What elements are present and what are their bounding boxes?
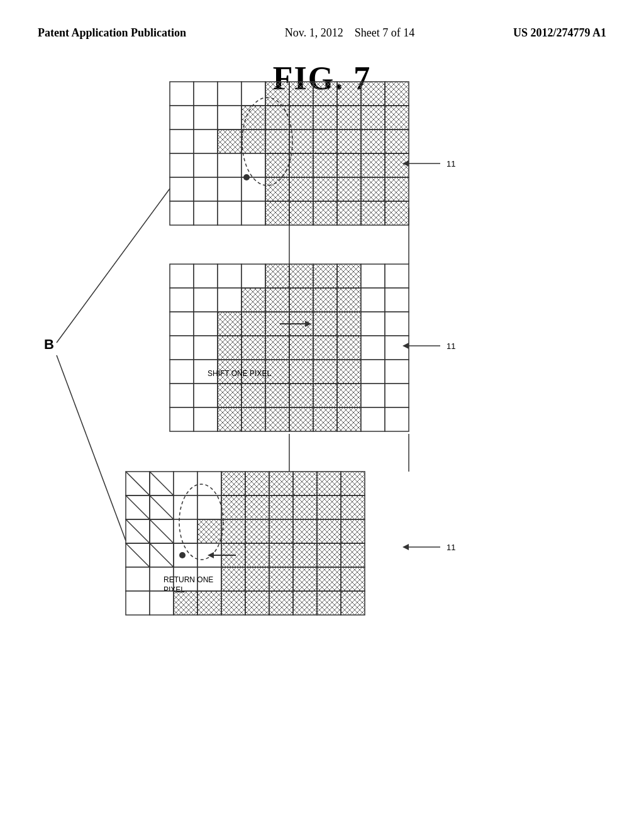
svg-rect-155 bbox=[341, 472, 365, 495]
svg-rect-33 bbox=[337, 130, 361, 153]
svg-line-159 bbox=[150, 495, 174, 519]
svg-rect-73 bbox=[242, 264, 265, 288]
svg-rect-164 bbox=[269, 495, 293, 519]
svg-rect-48 bbox=[218, 177, 242, 201]
svg-rect-81 bbox=[194, 288, 218, 312]
svg-rect-75 bbox=[289, 264, 313, 288]
svg-rect-150 bbox=[221, 472, 245, 495]
svg-rect-30 bbox=[265, 130, 289, 153]
svg-rect-149 bbox=[197, 472, 221, 495]
svg-rect-175 bbox=[245, 519, 269, 543]
svg-rect-178 bbox=[317, 519, 341, 543]
svg-rect-211 bbox=[245, 591, 269, 615]
svg-rect-194 bbox=[126, 567, 150, 591]
svg-rect-55 bbox=[385, 177, 409, 201]
svg-rect-118 bbox=[361, 360, 385, 384]
svg-point-192 bbox=[179, 552, 186, 558]
svg-rect-57 bbox=[194, 201, 218, 225]
svg-rect-106 bbox=[313, 336, 337, 360]
svg-rect-40 bbox=[265, 153, 289, 177]
svg-rect-7 bbox=[194, 82, 218, 106]
svg-rect-20 bbox=[265, 106, 289, 130]
svg-rect-172 bbox=[174, 519, 197, 543]
svg-rect-208 bbox=[174, 591, 197, 615]
svg-rect-34 bbox=[361, 130, 385, 153]
svg-rect-45 bbox=[385, 153, 409, 177]
svg-rect-187 bbox=[245, 543, 269, 567]
svg-rect-54 bbox=[361, 177, 385, 201]
svg-rect-21 bbox=[289, 106, 313, 130]
svg-rect-25 bbox=[385, 106, 409, 130]
svg-rect-17 bbox=[194, 106, 218, 130]
main-diagram: 11 bbox=[0, 63, 644, 786]
svg-rect-161 bbox=[197, 495, 221, 519]
svg-line-145 bbox=[126, 472, 150, 495]
svg-line-171 bbox=[150, 519, 174, 543]
svg-rect-39 bbox=[242, 153, 265, 177]
svg-rect-167 bbox=[341, 495, 365, 519]
svg-rect-173 bbox=[197, 519, 221, 543]
svg-rect-9 bbox=[242, 82, 265, 106]
grid-middle: SHIFT ONE PIXEL bbox=[170, 264, 409, 431]
svg-rect-134 bbox=[265, 407, 289, 431]
svg-rect-136 bbox=[313, 407, 337, 431]
sheet-label: Sheet 7 of 14 bbox=[355, 26, 414, 39]
patent-number: US 2012/274779 A1 bbox=[513, 25, 606, 41]
svg-line-183 bbox=[150, 543, 174, 567]
svg-rect-79 bbox=[385, 264, 409, 288]
svg-rect-58 bbox=[218, 201, 242, 225]
svg-rect-13 bbox=[337, 82, 361, 106]
svg-rect-46 bbox=[170, 177, 194, 201]
svg-rect-214 bbox=[317, 591, 341, 615]
svg-rect-120 bbox=[170, 384, 194, 407]
svg-rect-16 bbox=[170, 106, 194, 130]
svg-rect-8 bbox=[218, 82, 242, 106]
b-label: B bbox=[44, 336, 54, 352]
svg-rect-201 bbox=[293, 567, 317, 591]
svg-rect-152 bbox=[269, 472, 293, 495]
svg-rect-23 bbox=[337, 106, 361, 130]
svg-rect-119 bbox=[385, 360, 409, 384]
svg-rect-43 bbox=[337, 153, 361, 177]
svg-rect-122 bbox=[218, 384, 242, 407]
svg-point-67 bbox=[243, 174, 250, 180]
svg-rect-97 bbox=[337, 312, 361, 336]
svg-rect-60 bbox=[265, 201, 289, 225]
svg-rect-88 bbox=[361, 288, 385, 312]
svg-rect-62 bbox=[313, 201, 337, 225]
svg-rect-14 bbox=[361, 82, 385, 106]
svg-rect-98 bbox=[361, 312, 385, 336]
svg-rect-123 bbox=[242, 384, 265, 407]
svg-rect-202 bbox=[317, 567, 341, 591]
svg-rect-129 bbox=[385, 384, 409, 407]
svg-rect-103 bbox=[242, 336, 265, 360]
svg-rect-65 bbox=[385, 201, 409, 225]
svg-rect-131 bbox=[194, 407, 218, 431]
svg-rect-56 bbox=[170, 201, 194, 225]
svg-rect-92 bbox=[218, 312, 242, 336]
svg-rect-179 bbox=[341, 519, 365, 543]
svg-rect-84 bbox=[265, 288, 289, 312]
svg-rect-51 bbox=[289, 177, 313, 201]
svg-rect-139 bbox=[385, 407, 409, 431]
svg-rect-207 bbox=[150, 591, 174, 615]
svg-rect-38 bbox=[218, 153, 242, 177]
svg-rect-151 bbox=[245, 472, 269, 495]
svg-rect-177 bbox=[293, 519, 317, 543]
svg-rect-49 bbox=[242, 177, 265, 201]
svg-rect-42 bbox=[313, 153, 337, 177]
label-11-bottom: 11 bbox=[447, 543, 455, 552]
svg-rect-41 bbox=[289, 153, 313, 177]
svg-rect-137 bbox=[337, 407, 361, 431]
svg-rect-166 bbox=[317, 495, 341, 519]
svg-rect-19 bbox=[242, 106, 265, 130]
svg-text:RETURN ONE: RETURN ONE bbox=[164, 575, 213, 584]
svg-rect-28 bbox=[218, 130, 242, 153]
svg-rect-101 bbox=[194, 336, 218, 360]
svg-line-220 bbox=[57, 355, 126, 541]
svg-rect-37 bbox=[194, 153, 218, 177]
svg-rect-102 bbox=[218, 336, 242, 360]
svg-rect-190 bbox=[317, 543, 341, 567]
svg-rect-174 bbox=[221, 519, 245, 543]
svg-rect-83 bbox=[242, 288, 265, 312]
